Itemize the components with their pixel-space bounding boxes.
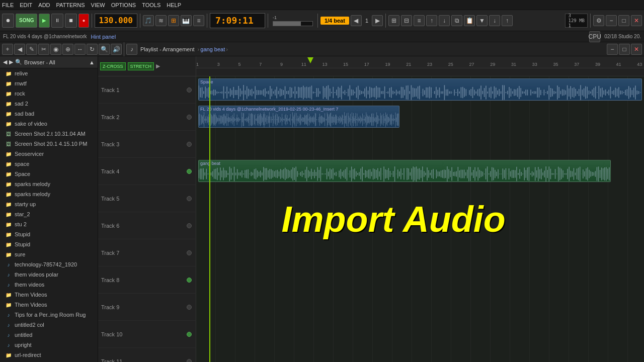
track-content-5[interactable]	[196, 212, 644, 239]
tool7-btn[interactable]: 📋	[464, 15, 475, 26]
tool1-btn[interactable]: ⊞	[388, 15, 399, 26]
beat-left-btn[interactable]: ◀	[351, 15, 362, 26]
browser-item-19[interactable]: ♪technology-785742_1920	[0, 259, 98, 269]
browser-item-28[interactable]: 📁url-redirect	[0, 350, 98, 360]
browser-item-27[interactable]: ♪upright	[0, 340, 98, 350]
browser-item-24[interactable]: ♪Tips for a Per..ing Room Rug	[0, 310, 98, 320]
tool4-btn[interactable]: ↑	[426, 15, 437, 26]
bpm-display[interactable]: 130.000	[95, 14, 137, 28]
tb2-btn1[interactable]: +	[2, 44, 13, 55]
tool2-btn[interactable]: ⊟	[401, 15, 412, 26]
browser-collapse-icon[interactable]: ▲	[89, 59, 95, 65]
tb2-btn9[interactable]: 🔍	[99, 44, 110, 55]
beat-right-btn[interactable]: ▶	[372, 15, 383, 26]
tb2-btn6[interactable]: ⊕	[62, 44, 73, 55]
track-dot-4[interactable]	[187, 196, 192, 201]
audio-clip-0[interactable]: Space	[198, 78, 642, 101]
audio-clip-1[interactable]: FL 20 vids 4 days @1channelnetwork_2019-…	[198, 106, 399, 128]
tb2-btn3[interactable]: ✎	[26, 44, 37, 55]
track-content-1[interactable]: FL 20 vids 4 days @1channelnetwork_2019-…	[196, 104, 644, 131]
browser-item-20[interactable]: ♪them videos polar	[0, 269, 98, 280]
tb2-btn5[interactable]: ◉	[50, 44, 61, 55]
track-dot-10[interactable]	[187, 359, 192, 363]
settings-btn[interactable]: ⚙	[593, 15, 604, 26]
maximize-btn[interactable]: □	[618, 15, 629, 26]
menu-options[interactable]: OPTIONS	[111, 2, 136, 8]
tb2-btn2[interactable]: ◀	[14, 44, 25, 55]
metronome-btn[interactable]: 🎵	[143, 15, 154, 26]
menu-patterns[interactable]: PATTERNS	[56, 2, 85, 8]
browser-item-23[interactable]: 📁Them Videos	[0, 300, 98, 310]
browser-item-6[interactable]: 🖼Screen Shot 2.t 10.31.04 AM	[0, 129, 98, 139]
browser-item-7[interactable]: 🖼Screen Shot 20.1 4.15.10 PM	[0, 139, 98, 149]
browser-item-18[interactable]: 📁sure	[0, 249, 98, 259]
track-content-6[interactable]	[196, 239, 644, 266]
browser-item-25[interactable]: ♪untitled2 col	[0, 320, 98, 330]
tracks-container[interactable]: Import Audio Track 1 Space Track 2 FL 20…	[98, 76, 644, 362]
tool9-btn[interactable]: ↓	[489, 15, 500, 26]
browser-item-26[interactable]: ♪untitled	[0, 330, 98, 340]
tb2-btn10[interactable]: 🔊	[111, 44, 122, 55]
stop-btn[interactable]: ⏹	[65, 14, 77, 28]
track-dot-0[interactable]	[187, 87, 192, 93]
browser-item-3[interactable]: 📁sad 2	[0, 99, 98, 109]
track-content-0[interactable]: Space	[196, 76, 644, 104]
tb2-btn4[interactable]: ✂	[38, 44, 49, 55]
track-ruler[interactable]: 1357911131517192123252729313335373941434…	[196, 56, 644, 68]
track-dot-3[interactable]	[187, 169, 192, 174]
track-content-3[interactable]: gang beat	[196, 158, 644, 185]
browser-item-29[interactable]: 📁video game type beat	[0, 360, 98, 362]
track-content-7[interactable]	[196, 266, 644, 294]
piano-roll-btn[interactable]: 🎹	[181, 15, 192, 26]
track-dot-6[interactable]	[187, 250, 192, 255]
browser-item-11[interactable]: 📁sparks melody	[0, 179, 98, 189]
menu-edit[interactable]: EDIT	[20, 2, 32, 8]
stretch-btn[interactable]: STRETCH	[128, 62, 154, 70]
browser-item-8[interactable]: 📁Seoservicer	[0, 149, 98, 159]
pl-close-btn[interactable]: ✕	[631, 44, 642, 55]
browser-item-12[interactable]: 📁sparks melody	[0, 189, 98, 199]
rec-btn[interactable]: ●	[78, 14, 89, 28]
browser-nav-next[interactable]: ▶	[9, 59, 13, 65]
cpu-btn[interactable]: CPU	[589, 31, 600, 42]
browser-item-16[interactable]: 📁Stupid	[0, 229, 98, 239]
track-content-10[interactable]	[196, 348, 644, 362]
browser-item-9[interactable]: 📁space	[0, 159, 98, 169]
pl-maximize-btn[interactable]: □	[619, 44, 630, 55]
browser-item-21[interactable]: ♪them videos	[0, 280, 98, 290]
browser-item-1[interactable]: 📁rnwtf	[0, 78, 98, 88]
playlist-icon[interactable]: ♪	[126, 44, 137, 55]
track-dot-7[interactable]	[187, 278, 192, 283]
close-btn[interactable]: ✕	[631, 15, 642, 26]
tool8-btn[interactable]: ▼	[476, 15, 488, 26]
browser-item-15[interactable]: 📁stu 2	[0, 219, 98, 229]
pl-minimize-btn[interactable]: −	[607, 44, 618, 55]
track-dot-2[interactable]	[187, 142, 192, 147]
browser-item-14[interactable]: 📁star_2	[0, 209, 98, 219]
track-content-4[interactable]	[196, 185, 644, 212]
browser-item-4[interactable]: 📁sad bad	[0, 109, 98, 119]
track-dot-8[interactable]	[187, 305, 192, 310]
browser-item-5[interactable]: 📁sake of video	[0, 119, 98, 129]
pause-btn[interactable]: ⏸	[51, 14, 63, 28]
track-content-8[interactable]	[196, 294, 644, 321]
track-content-2[interactable]	[196, 131, 644, 158]
track-dot-5[interactable]	[187, 223, 192, 228]
browser-nav-prev[interactable]: ◀	[3, 59, 7, 65]
mixer-btn[interactable]: ≋	[155, 15, 167, 26]
menu-tools[interactable]: TOOLS	[142, 2, 160, 8]
volume-bar[interactable]	[273, 21, 313, 26]
browser-btn[interactable]: ≡	[193, 15, 204, 26]
tb2-btn8[interactable]: ↻	[87, 44, 98, 55]
menu-add[interactable]: ADD	[38, 2, 50, 8]
browser-item-2[interactable]: 📁rock	[0, 88, 98, 99]
record-btn[interactable]: ⏺	[2, 14, 14, 28]
step-seq-btn[interactable]: ⊞	[168, 15, 179, 26]
track-content-9[interactable]	[196, 321, 644, 348]
track-dot-1[interactable]	[187, 115, 192, 120]
menu-file[interactable]: FILE	[2, 2, 14, 8]
minimize-btn[interactable]: −	[606, 15, 617, 26]
track-dot-9[interactable]	[187, 332, 192, 337]
tool6-btn[interactable]: ⧉	[451, 15, 462, 26]
tool3-btn[interactable]: ≡	[414, 15, 425, 26]
